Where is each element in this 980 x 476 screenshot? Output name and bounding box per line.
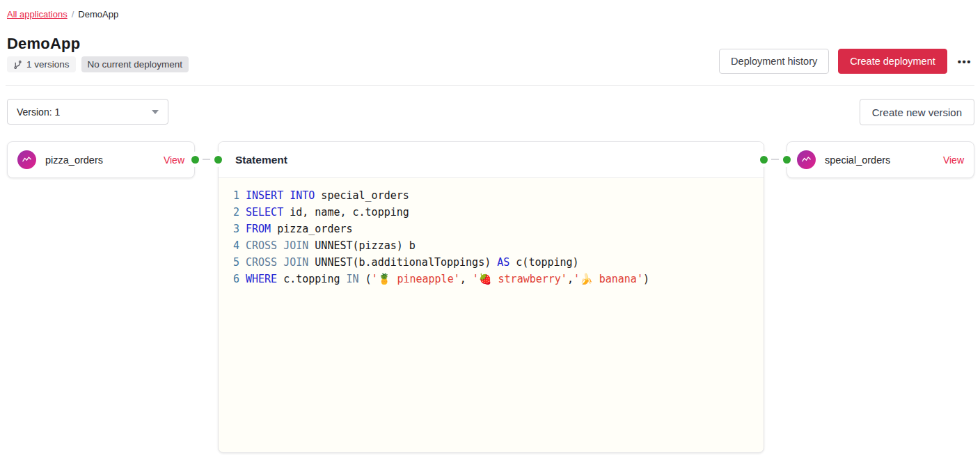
connector-port-statement-in (210, 152, 226, 167)
connector-port-source-out (187, 152, 203, 167)
code-editor[interactable]: 1INSERT INTO special_orders2SELECT id, n… (219, 178, 764, 296)
stream-icon (17, 150, 36, 169)
source-stream-card[interactable]: pizza_orders View (7, 141, 195, 178)
code-line-content: CROSS JOIN UNNEST(b.additionalToppings) … (239, 254, 579, 271)
sink-stream-name: special_orders (825, 154, 934, 166)
line-number: 1 (219, 187, 239, 204)
connector-port-sink-in (779, 152, 794, 167)
versions-badge: 1 versions (7, 56, 76, 72)
sink-view-link[interactable]: View (943, 154, 964, 166)
code-line: 3FROM pizza_orders (219, 221, 764, 237)
code-line: 1INSERT INTO special_orders (219, 187, 764, 204)
create-new-version-button[interactable]: Create new version (860, 99, 974, 125)
code-line-content: SELECT id, name, c.topping (239, 204, 409, 221)
header-actions: Deployment history Create deployment ••• (719, 49, 973, 74)
line-number: 6 (219, 271, 239, 287)
code-line: 4CROSS JOIN UNNEST(pizzas) b (219, 237, 764, 254)
version-select[interactable]: Version: 1 (7, 99, 168, 125)
code-line-content: WHERE c.topping IN ('🍍 pineapple', '🍓 st… (239, 271, 649, 287)
version-select-value: Version: 1 (17, 106, 60, 118)
breadcrumb-separator: / (72, 9, 74, 19)
line-number: 3 (219, 221, 239, 237)
line-number: 2 (219, 204, 239, 221)
code-line: 2SELECT id, name, c.topping (219, 204, 764, 221)
statement-panel: Statement 1INSERT INTO special_orders2SE… (218, 141, 764, 453)
more-options-button[interactable]: ••• (956, 53, 973, 70)
versions-badge-label: 1 versions (26, 59, 70, 70)
header-badges: 1 versions No current deployment (7, 56, 189, 72)
stream-icon (797, 150, 816, 169)
code-line-content: FROM pizza_orders (239, 221, 353, 237)
git-branch-icon (13, 60, 22, 70)
code-line: 5CROSS JOIN UNNEST(b.additionalToppings)… (219, 254, 764, 271)
breadcrumb: All applications / DemoApp (7, 9, 118, 19)
create-deployment-button[interactable]: Create deployment (838, 49, 947, 74)
breadcrumb-current: DemoApp (78, 9, 118, 19)
source-stream-name: pizza_orders (45, 154, 155, 166)
code-line-content: CROSS JOIN UNNEST(pizzas) b (239, 237, 416, 254)
line-number: 5 (219, 254, 239, 271)
line-number: 4 (219, 237, 239, 254)
application-detail-page: All applications / DemoApp DemoApp 1 ver… (0, 0, 980, 476)
chevron-down-icon (152, 110, 159, 114)
sink-stream-card[interactable]: special_orders View (787, 141, 974, 178)
statement-panel-header: Statement (219, 142, 764, 178)
header-divider (6, 85, 974, 86)
code-line-content: INSERT INTO special_orders (239, 187, 409, 204)
statement-panel-title: Statement (235, 154, 287, 166)
deployment-history-button[interactable]: Deployment history (719, 49, 829, 74)
code-line: 6WHERE c.topping IN ('🍍 pineapple', '🍓 s… (219, 271, 764, 287)
connector-port-statement-out (756, 152, 771, 167)
source-view-link[interactable]: View (164, 154, 184, 166)
page-title: DemoApp (7, 35, 80, 53)
deployment-status-badge: No current deployment (81, 56, 189, 72)
breadcrumb-all-applications-link[interactable]: All applications (7, 9, 68, 19)
